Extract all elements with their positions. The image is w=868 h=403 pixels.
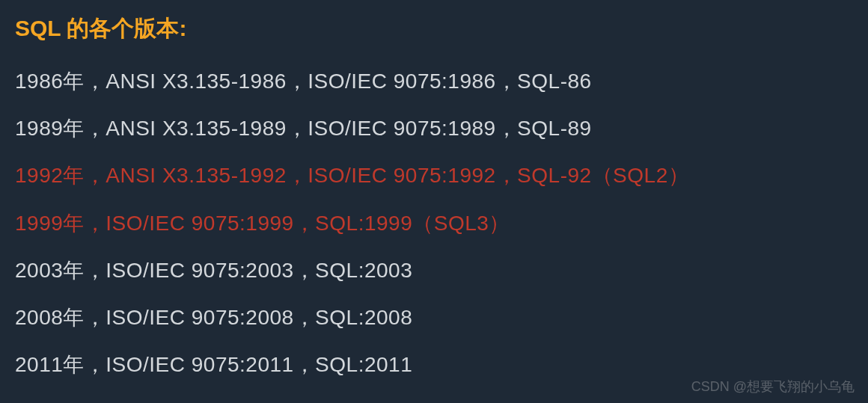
version-line-highlight: 1992年，ANSI X3.135-1992，ISO/IEC 9075:1992… xyxy=(15,161,853,190)
version-line: 2003年，ISO/IEC 9075:2003，SQL:2003 xyxy=(15,256,853,285)
version-line: 1989年，ANSI X3.135-1989，ISO/IEC 9075:1989… xyxy=(15,114,853,143)
version-line: 1986年，ANSI X3.135-1986，ISO/IEC 9075:1986… xyxy=(15,67,853,96)
version-line: 2011年，ISO/IEC 9075:2011，SQL:2011 xyxy=(15,350,853,379)
version-line: 2008年，ISO/IEC 9075:2008，SQL:2008 xyxy=(15,303,853,332)
version-line-highlight: 1999年，ISO/IEC 9075:1999，SQL:1999（SQL3） xyxy=(15,209,853,238)
watermark: CSDN @想要飞翔的小乌龟 xyxy=(691,378,855,396)
page-title: SQL 的各个版本: xyxy=(15,13,853,44)
